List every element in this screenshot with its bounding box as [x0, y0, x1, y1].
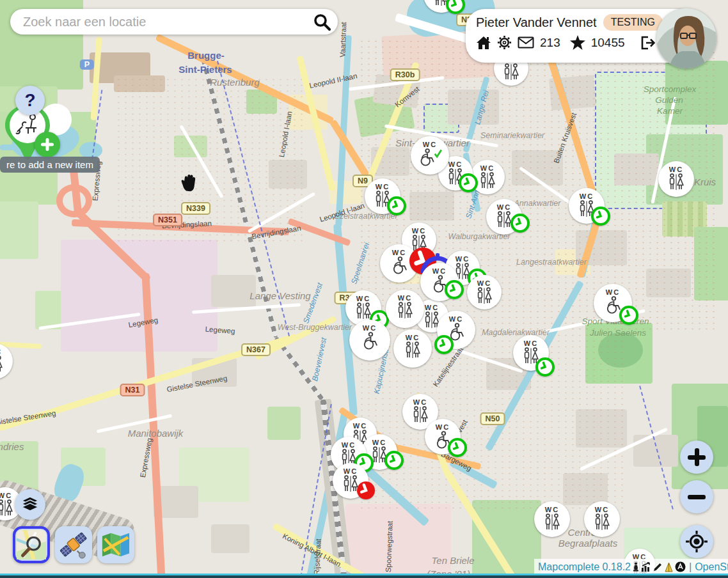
toilets-icon [395, 302, 415, 321]
messages-icon[interactable] [518, 36, 534, 49]
statistics-icon[interactable] [641, 562, 651, 572]
logout-icon[interactable] [640, 36, 655, 50]
map-canvas[interactable]: Brugge-Sint-PietersRustenburgSint-Gillis… [0, 0, 728, 578]
wc-marker-label: WC [412, 227, 426, 235]
road-shield: N50 [480, 412, 505, 425]
osm-account-icon[interactable] [675, 561, 686, 572]
basemap-osm-button[interactable] [13, 526, 50, 563]
wc-marker[interactable]: WC [584, 501, 620, 537]
wc-marker[interactable]: WC [467, 275, 502, 309]
toilets-icon [592, 513, 612, 533]
wc-marker[interactable]: WC [349, 320, 390, 361]
wc-marker[interactable]: WC [658, 161, 694, 197]
user-name: Pieter Vander Vennet [476, 15, 597, 30]
help-button[interactable]: ? [15, 86, 45, 115]
wc-marker-label: WC [413, 398, 427, 406]
last-edit-badge-green [459, 173, 478, 192]
wc-marker-label: WC [580, 192, 594, 200]
layers-button[interactable] [15, 489, 45, 520]
wc-marker-label: WC [497, 203, 511, 211]
add-item-plus-button[interactable] [35, 132, 60, 157]
zoom-out-button[interactable] [680, 480, 713, 513]
wc-marker-label: WC [449, 315, 463, 323]
last-edit-badge-green [445, 280, 464, 299]
wc-marker[interactable]: WC [534, 501, 570, 537]
award-icon[interactable] [664, 562, 674, 572]
zoom-in-button[interactable] [680, 441, 713, 474]
wheelchair-check-icon [417, 148, 443, 167]
wc-marker-label: WC [392, 249, 406, 256]
home-icon[interactable] [476, 36, 491, 50]
last-edit-badge-green [591, 207, 610, 226]
wc-marker-label: WC [595, 506, 609, 513]
map-label: Magdalenakwartier [482, 329, 550, 337]
openstreetmap-link[interactable]: OpenStreetMap [695, 561, 728, 573]
folded-map-icon [101, 532, 131, 558]
toilets-icon [411, 406, 430, 425]
map-label: Smedenvest [302, 282, 324, 325]
app-version[interactable]: Mapcomplete 0.18.2 [538, 561, 631, 573]
last-edit-badge-green [387, 196, 406, 215]
user-avatar[interactable] [656, 8, 716, 68]
messages-count: 213 [540, 36, 560, 50]
search-icon[interactable] [312, 12, 331, 31]
wc-marker-label: WC [423, 141, 437, 148]
toilets-icon [0, 355, 4, 375]
settings-gear-icon[interactable] [497, 35, 512, 50]
add-item-tooltip: re to add a new item [0, 157, 100, 173]
wc-marker[interactable]: WC [393, 329, 432, 368]
wheelchair-icon [389, 256, 410, 275]
wc-marker-label: WC [344, 467, 358, 475]
road-shield: N339 [181, 202, 210, 215]
wc-marker-label: WC [432, 267, 447, 275]
search-input[interactable] [22, 14, 312, 30]
hand-cursor-icon [178, 173, 199, 197]
wc-marker-label: WC [0, 348, 2, 355]
wc-marker-label: WC [0, 492, 12, 499]
wc-marker-label: WC [425, 304, 439, 311]
edit-pencil-icon[interactable] [653, 562, 663, 572]
wheelchair-icon [360, 332, 381, 350]
help-label: ? [24, 90, 35, 111]
road-shield: N31 [120, 384, 145, 396]
layers-icon [20, 497, 40, 512]
toilets-icon [502, 63, 521, 82]
wc-marker-label: WC [436, 423, 450, 431]
contributor-icon[interactable] [632, 562, 640, 572]
map-label: Boeverievest [311, 337, 328, 382]
road-shield: N351 [153, 214, 182, 226]
wc-marker[interactable]: WC [386, 290, 424, 328]
wc-marker[interactable]: WC [411, 136, 449, 175]
wc-marker-label: WC [669, 166, 683, 173]
basemap-satellite-button[interactable] [55, 526, 92, 563]
toilets-icon [475, 287, 494, 306]
last-edit-badge-green [510, 214, 530, 233]
wc-marker-label: WC [606, 288, 620, 296]
toilets-icon [403, 341, 422, 361]
testing-badge: TESTING [603, 14, 663, 31]
last-edit-badge-green [434, 335, 454, 354]
search-bar[interactable] [10, 9, 338, 35]
map-label: Seminariekwartier [480, 132, 544, 140]
wc-marker-label: WC [406, 334, 420, 341]
star-icon[interactable] [570, 35, 585, 50]
wc-marker[interactable]: WC [0, 343, 13, 379]
wc-marker-label: WC [342, 441, 356, 449]
last-edit-badge-red [357, 481, 375, 499]
road-shield: R30b [390, 68, 420, 81]
toilets-icon [542, 513, 562, 533]
wc-marker-label: WC [353, 422, 367, 430]
wc-marker-label: WC [480, 164, 495, 172]
wc-marker-label: WC [448, 160, 463, 168]
map-label: Speelmanrei [350, 242, 370, 285]
last-edit-badge-green [619, 306, 638, 325]
locate-me-button[interactable] [680, 525, 713, 558]
last-edit-badge-green [384, 451, 404, 470]
map-label: Annakwartier [514, 199, 561, 208]
wc-marker-label: WC [356, 295, 370, 302]
attribution-separator: | [689, 561, 692, 573]
wc-marker-label: WC [477, 279, 491, 287]
osm-carto-icon [17, 530, 46, 559]
basemap-map-button[interactable] [97, 526, 134, 563]
zoom-out-icon [688, 488, 706, 506]
